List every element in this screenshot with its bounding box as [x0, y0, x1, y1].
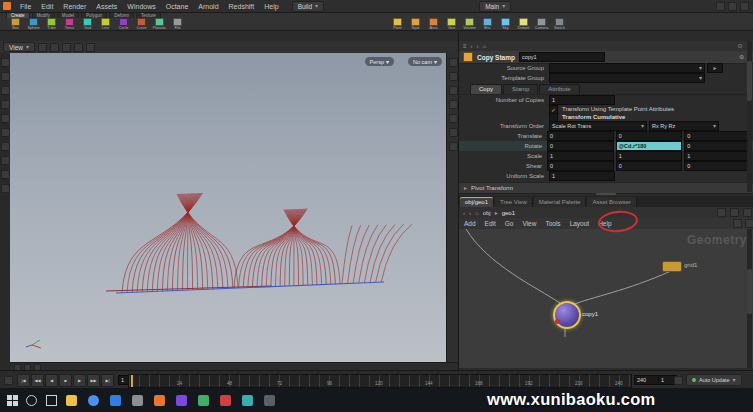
home-icon[interactable]: ⌂: [475, 209, 479, 217]
viewport-option-icon[interactable]: [1, 184, 10, 193]
tab-asset-browser[interactable]: Asset Browser: [587, 197, 637, 207]
menu-windows[interactable]: Windows: [122, 1, 160, 12]
shelf-tool-tube[interactable]: Tube: [44, 18, 59, 30]
step-back-button[interactable]: ◀: [45, 374, 58, 387]
rotate-tool-icon[interactable]: [62, 43, 71, 52]
menubar-tool-icon[interactable]: [716, 2, 725, 11]
pane-menu-icon[interactable]: ≡: [463, 42, 467, 50]
menu-file[interactable]: File: [15, 1, 36, 12]
shelf-tool-camera[interactable]: Camera: [534, 18, 549, 30]
select-mode-icon[interactable]: [1, 58, 10, 67]
shelf-tool-switcher[interactable]: Switch: [552, 18, 567, 30]
timeline-ruler[interactable]: 1 24 48 72 96 120 144 168 192 216 240: [128, 374, 632, 388]
subtab-copy[interactable]: Copy: [470, 84, 502, 94]
rewind-button[interactable]: ◀◀: [31, 374, 44, 387]
playbar-options-icon[interactable]: [4, 376, 13, 385]
shading-mode-icon[interactable]: [449, 72, 458, 81]
network-filter-icon[interactable]: [743, 208, 752, 217]
shelf-tool-file[interactable]: File: [170, 18, 185, 30]
snap-grid-icon[interactable]: [1, 128, 10, 137]
handles-tool-icon[interactable]: [86, 43, 95, 52]
snap-point-icon[interactable]: [1, 142, 10, 151]
translate-tool-icon[interactable]: [50, 43, 59, 52]
forward-icon[interactable]: ›: [477, 42, 479, 50]
scale-z-field[interactable]: 1: [684, 151, 751, 161]
translate-x-field[interactable]: 0: [547, 131, 614, 141]
rotate-mode-icon[interactable]: [1, 86, 10, 95]
uniform-scale-field[interactable]: 1: [549, 171, 615, 181]
shelf-tool-spot-light[interactable]: Spot: [408, 18, 423, 30]
network-canvas[interactable]: Geometry grid1 copy1: [458, 229, 753, 368]
media-app-icon[interactable]: [176, 395, 187, 406]
desktop-selector[interactable]: Build ▾: [292, 1, 324, 12]
chat-app-icon[interactable]: [242, 395, 253, 406]
forward-icon[interactable]: ›: [469, 209, 471, 217]
tab-material-palette[interactable]: Material Palette: [534, 197, 587, 207]
net-toolbar-icon[interactable]: [745, 219, 753, 228]
view-mode-selector[interactable]: View ▾: [3, 42, 35, 52]
node-name-field[interactable]: copy1: [519, 52, 605, 62]
houdini-app-icon[interactable]: [154, 395, 165, 406]
tab-network-editor[interactable]: obj/geo1: [460, 197, 494, 207]
rotate-z-field[interactable]: 0: [684, 141, 751, 151]
shear-y-field[interactable]: 0: [616, 161, 683, 171]
notes-app-icon[interactable]: [198, 395, 209, 406]
shelf-tool-torus[interactable]: Torus: [62, 18, 77, 30]
shelf-tool-distant-light[interactable]: Distant: [516, 18, 531, 30]
task-view-icon[interactable]: [46, 395, 57, 406]
shelf-tool-volume-light[interactable]: Volume: [462, 18, 477, 30]
translate-y-field[interactable]: 0: [616, 131, 683, 141]
tab-tree-view[interactable]: Tree View: [495, 197, 533, 207]
menu-edit[interactable]: Edit: [36, 1, 58, 12]
shelf-tool-area-light[interactable]: Area: [426, 18, 441, 30]
snap-edge-icon[interactable]: [1, 156, 10, 165]
rotate-y-field-expression[interactable]: @Cd.r*180: [616, 141, 683, 151]
mail-app-icon[interactable]: [220, 395, 231, 406]
scale-y-field[interactable]: 1: [616, 151, 683, 161]
view-layout-icon[interactable]: [449, 58, 458, 67]
param-scroll-thumb[interactable]: [747, 61, 752, 101]
translate-z-field[interactable]: 0: [684, 131, 751, 141]
scale-mode-icon[interactable]: [1, 100, 10, 109]
home-icon[interactable]: ⌂: [483, 42, 487, 50]
network-scroll-thumb[interactable]: [747, 269, 752, 314]
pin-icon[interactable]: ⊙: [738, 42, 743, 50]
camera-selector[interactable]: No cam ▾: [408, 57, 442, 66]
group-picker-button[interactable]: ▸: [707, 63, 723, 73]
network-snapshot-icon[interactable]: [730, 208, 739, 217]
move-mode-icon[interactable]: [1, 72, 10, 81]
auto-update-selector[interactable]: Auto Update ▾: [686, 374, 742, 386]
play-button[interactable]: ▶: [73, 374, 86, 387]
terminal-app-icon[interactable]: [264, 395, 275, 406]
shelf-tool-sky-light[interactable]: Sky: [498, 18, 513, 30]
start-button[interactable]: [7, 395, 18, 406]
rotate-order-select[interactable]: Rx Ry Rz▾: [649, 121, 719, 131]
display-normals-icon[interactable]: [449, 114, 458, 123]
pane-splitter-vertical[interactable]: [458, 30, 459, 370]
node-copy1-render-flag[interactable]: [555, 319, 560, 324]
menu-help[interactable]: Help: [259, 1, 283, 12]
menu-render[interactable]: Render: [58, 1, 91, 12]
shelf-tool-line[interactable]: Line: [98, 18, 113, 30]
network-scrollbar[interactable]: [747, 229, 752, 368]
net-menu-layout[interactable]: Layout: [570, 220, 590, 227]
realtime-toggle-icon[interactable]: [674, 376, 683, 385]
menu-redshift[interactable]: Redshift: [224, 1, 260, 12]
file-explorer-icon[interactable]: [66, 395, 77, 406]
scale-x-field[interactable]: 1: [547, 151, 614, 161]
node-copy1[interactable]: [553, 301, 581, 329]
shelf-tool-platonic[interactable]: Platonic: [152, 18, 167, 30]
shelf-tool-circle[interactable]: Circle: [116, 18, 131, 30]
breadcrumb-geo1[interactable]: geo1: [502, 210, 515, 216]
menu-assets[interactable]: Assets: [91, 1, 122, 12]
shelf-tool-geo-light[interactable]: Geo: [444, 18, 459, 30]
settings-app-icon[interactable]: [132, 395, 143, 406]
menubar-tool-icon[interactable]: [728, 2, 737, 11]
subtab-attribute[interactable]: Attribute: [539, 84, 579, 94]
shelf-tool-sphere[interactable]: Sphere: [26, 18, 41, 30]
breadcrumb-obj[interactable]: obj: [483, 210, 491, 216]
rotate-x-field[interactable]: 0: [547, 141, 614, 151]
browser-icon[interactable]: [88, 395, 99, 406]
menu-octane[interactable]: Octane: [161, 1, 194, 12]
template-group-field[interactable]: ▾: [549, 73, 705, 83]
